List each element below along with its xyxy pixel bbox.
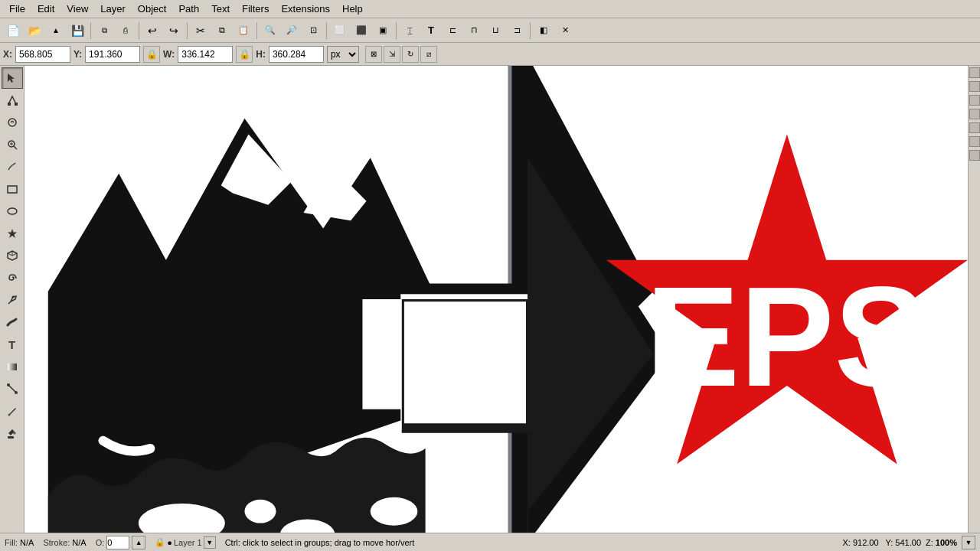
svg-point-2	[8, 119, 16, 126]
node-tool[interactable]	[2, 90, 23, 111]
tweak-tool[interactable]	[2, 112, 23, 133]
menu-text[interactable]: Text	[205, 2, 236, 16]
fill-label: Fill:	[5, 538, 18, 547]
menu-view[interactable]: View	[60, 2, 94, 16]
pen-tool[interactable]	[2, 289, 23, 311]
bucket-tool[interactable]	[2, 422, 23, 444]
undo-button[interactable]: ↩	[142, 21, 162, 41]
text-tool-button[interactable]: T	[421, 21, 441, 41]
menu-extensions[interactable]: Extensions	[275, 2, 336, 16]
3dbox-tool[interactable]	[2, 245, 23, 266]
menubar: File Edit View Layer Object Path Text Fi…	[0, 0, 980, 18]
right-tool-3[interactable]	[969, 95, 980, 106]
w-input[interactable]	[178, 46, 233, 63]
transform-scale-button[interactable]: ⇲	[384, 46, 400, 63]
right-tool-4[interactable]	[969, 109, 980, 119]
path1-button[interactable]: ⊏	[443, 21, 462, 41]
transform2-button[interactable]: ⬛	[351, 21, 371, 41]
svg-rect-7	[8, 186, 17, 193]
transform-skew-button[interactable]: ⧄	[420, 46, 437, 63]
redo-button[interactable]: ↪	[164, 21, 184, 41]
zoom-tool[interactable]	[2, 134, 23, 155]
spiral-tool[interactable]	[2, 267, 23, 289]
star-tool[interactable]	[2, 223, 23, 244]
stroke-label: Stroke:	[43, 538, 70, 547]
h-input[interactable]	[269, 46, 324, 63]
zoom-level: Z: 100%	[926, 538, 957, 547]
svg-point-10	[11, 296, 14, 298]
svg-marker-9	[8, 229, 17, 238]
zoom-dropdown-button[interactable]: ▼	[962, 536, 975, 549]
canvas-area[interactable]: EPS	[24, 66, 968, 533]
transform3-button[interactable]: ▣	[373, 21, 393, 41]
sep1	[90, 22, 91, 39]
layer-dot-icon: ●	[167, 538, 172, 547]
menu-object[interactable]: Object	[132, 2, 173, 16]
path3-button[interactable]: ⊔	[485, 21, 505, 41]
sep4	[256, 22, 257, 39]
select-tool[interactable]	[2, 67, 23, 89]
transform1-button[interactable]: ⬜	[330, 21, 350, 41]
unit-selector[interactable]: px mm cm in pt pc	[327, 46, 359, 63]
rect-tool[interactable]	[2, 178, 23, 200]
dropper-tool[interactable]	[2, 400, 23, 422]
lock-button[interactable]: 🔒	[143, 46, 160, 63]
zoom-out-button[interactable]: 🔎	[282, 21, 302, 41]
ellipse-tool[interactable]	[2, 201, 23, 222]
layer-label: Layer 1	[174, 538, 202, 547]
opacity-up-button[interactable]: ▲	[132, 536, 145, 549]
artwork-svg: EPS	[24, 66, 968, 533]
pencil-tool[interactable]	[2, 156, 23, 178]
status-message: Ctrl: click to select in groups; drag to…	[225, 538, 834, 547]
open-button[interactable]: 📂	[24, 21, 44, 41]
transform-pos-button[interactable]: ⊠	[365, 46, 382, 63]
zoom-fit-button[interactable]: ⊡	[303, 21, 323, 41]
x-input[interactable]	[15, 46, 70, 63]
new-button[interactable]: 📄	[3, 21, 23, 41]
copy-button[interactable]: ⧉	[212, 21, 232, 41]
y-input[interactable]	[85, 46, 140, 63]
menu-file[interactable]: File	[3, 2, 31, 16]
right-tool-6[interactable]	[969, 136, 980, 147]
gradient-tool[interactable]	[2, 356, 23, 377]
extra1-button[interactable]: ◧	[534, 21, 554, 41]
menu-help[interactable]: Help	[336, 2, 369, 16]
cursor-coords: X: 912.00 Y: 541.00	[842, 538, 921, 547]
layer-dropdown-button[interactable]: ▼	[204, 536, 216, 549]
save-button[interactable]: 💾	[67, 21, 87, 41]
w-label: W:	[163, 49, 175, 60]
svg-point-8	[8, 208, 17, 214]
opacity-input[interactable]	[106, 536, 129, 549]
wh-lock-button[interactable]: 🔒	[236, 46, 253, 63]
svg-line-14	[8, 385, 16, 393]
x-label: X:	[3, 49, 12, 60]
open-recent-button[interactable]: ▲	[46, 21, 66, 41]
transform-rot-button[interactable]: ↻	[402, 46, 419, 63]
menu-path[interactable]: Path	[172, 2, 205, 16]
coords-toolbar: X: Y: 🔒 W: 🔒 H: px mm cm in pt pc ⊠ ⇲ ↻ …	[0, 43, 980, 66]
svg-rect-16	[8, 436, 14, 439]
svg-point-25	[244, 500, 276, 523]
print-button[interactable]: ⎙	[116, 21, 136, 41]
extra2-button[interactable]: ✕	[555, 21, 575, 41]
svg-text:EPS: EPS	[645, 258, 929, 416]
connector-tool[interactable]	[2, 378, 23, 399]
print-preview-button[interactable]: ⧉	[94, 21, 114, 41]
right-tool-5[interactable]	[969, 122, 980, 133]
menu-layer[interactable]: Layer	[94, 2, 132, 16]
path4-button[interactable]: ⊐	[507, 21, 527, 41]
right-tool-1[interactable]	[969, 67, 980, 78]
paste-button[interactable]: 📋	[234, 21, 253, 41]
svg-rect-11	[8, 364, 17, 370]
text-tool[interactable]: T	[2, 334, 23, 355]
zoom-in-button[interactable]: 🔍	[260, 21, 280, 41]
opacity-label: O:	[96, 538, 105, 547]
right-tool-7[interactable]	[969, 150, 980, 161]
cut-button[interactable]: ✂	[191, 21, 211, 41]
calligraphy-tool[interactable]	[2, 311, 23, 333]
menu-filters[interactable]: Filters	[236, 2, 275, 16]
path2-button[interactable]: ⊓	[464, 21, 484, 41]
menu-edit[interactable]: Edit	[31, 2, 60, 16]
node-button[interactable]: ⌶	[400, 21, 420, 41]
right-tool-2[interactable]	[969, 81, 980, 92]
